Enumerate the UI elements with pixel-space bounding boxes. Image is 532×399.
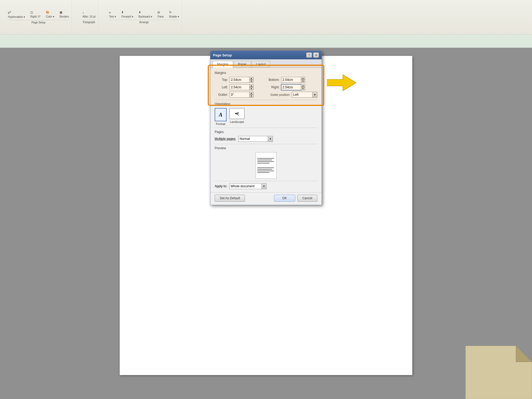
pages-section-title: Pages <box>215 130 317 134</box>
top-input[interactable] <box>230 77 250 83</box>
divider-3 <box>215 144 317 144</box>
divider-2 <box>215 128 317 128</box>
apply-to-value: Whole document <box>230 184 261 188</box>
preview-line-2 <box>257 160 272 160</box>
multiple-pages-dropdown[interactable]: Normal ▼ <box>238 136 273 142</box>
pointing-hand <box>327 72 356 94</box>
preview-line-8 <box>257 172 269 173</box>
field-row-bottom: Bottom: ▲ ▼ <box>266 77 317 83</box>
bottom-paper-icon <box>466 346 532 399</box>
dialog-footer: Set As Default OK Cancel <box>210 192 322 205</box>
cancel-button[interactable]: Cancel <box>297 195 317 202</box>
bottom-spin-up[interactable]: ▲ <box>301 77 305 80</box>
field-row-gutter: Gutter: ▲ ▼ <box>215 92 261 98</box>
preview-line-1 <box>257 158 274 159</box>
left-spin-up[interactable]: ▲ <box>249 84 253 87</box>
left-spin-down[interactable]: ▼ <box>249 87 253 90</box>
tab-margins[interactable]: Margins <box>213 61 233 68</box>
gutter-position-label: Gutter position: <box>266 93 290 96</box>
bottom-paper <box>466 346 532 399</box>
page-setup-dialog: Page Setup ? ✕ Margins Paper Layout Marg… <box>210 51 322 205</box>
ok-button[interactable]: OK <box>274 195 295 202</box>
portrait-option[interactable]: A Portrait <box>215 108 227 126</box>
dialog-overlay: Page Setup ? ✕ Margins Paper Layout Marg… <box>0 0 532 399</box>
gutter-spin-up[interactable]: ▲ <box>249 92 253 95</box>
gutter-label: Gutter: <box>215 93 228 97</box>
preview-line-7 <box>257 171 274 171</box>
orientation-section-title: Orientation <box>215 102 317 106</box>
bottom-input[interactable] <box>281 77 301 83</box>
gutter-spin-down[interactable]: ▼ <box>249 95 253 98</box>
gutter-position-value: Left <box>292 93 312 97</box>
dialog-help-button[interactable]: ? <box>306 52 312 58</box>
portrait-letter: A <box>219 112 222 118</box>
svg-marker-2 <box>516 346 532 362</box>
preview-line-3 <box>257 161 274 162</box>
landscape-label: Landscape <box>230 120 244 123</box>
top-spin-up[interactable]: ▲ <box>249 77 253 80</box>
portrait-icon[interactable]: A <box>215 108 227 121</box>
multiple-pages-label: Multiple pages: <box>215 137 236 141</box>
gutter-position-arrow[interactable]: ▼ <box>312 92 317 97</box>
bottom-label: Bottom: <box>266 78 280 82</box>
divider-1 <box>215 100 317 100</box>
top-spinner: ▲ ▼ <box>249 77 253 83</box>
portrait-label: Portrait <box>216 122 225 126</box>
set-as-default-button[interactable]: Set As Default <box>215 195 245 202</box>
bottom-input-group: ▲ ▼ <box>281 77 305 83</box>
top-label: Top: <box>215 78 228 82</box>
gutter-spinner: ▲ ▼ <box>249 92 253 98</box>
tab-layout[interactable]: Layout <box>252 61 270 68</box>
preview-section-title: Preview <box>215 146 317 150</box>
dialog-tabs: Margins Paper Layout <box>210 59 322 68</box>
preview-line-6 <box>257 169 272 170</box>
pages-row: Multiple pages: Normal ▼ <box>215 136 317 142</box>
left-label: Left: <box>215 85 228 89</box>
orientation-row: A Portrait A Landscape <box>215 108 317 126</box>
left-input[interactable] <box>230 84 250 90</box>
gutter-position-dropdown[interactable]: Left ▼ <box>292 92 317 98</box>
landscape-letter: A <box>234 112 240 115</box>
apply-to-label: Apply to: <box>215 184 227 188</box>
top-spin-down[interactable]: ▼ <box>249 80 253 83</box>
multiple-pages-value: Normal <box>239 137 268 141</box>
field-row-top: Top: ▲ ▼ <box>215 77 261 83</box>
dialog-title: Page Setup <box>213 53 232 57</box>
bottom-spin-down[interactable]: ▼ <box>301 80 305 83</box>
right-spinner: ▲ ▼ <box>301 84 305 90</box>
dialog-controls: ? ✕ <box>306 52 319 58</box>
top-input-group: ▲ ▼ <box>230 77 253 83</box>
left-input-group: ▲ ▼ <box>230 84 253 90</box>
landscape-option[interactable]: A Landscape <box>229 108 245 126</box>
right-spin-down[interactable]: ▼ <box>301 87 305 90</box>
right-label: Right: <box>266 85 280 89</box>
margins-grid: Top: ▲ ▼ Bottom: ▲ <box>215 77 317 98</box>
left-spinner: ▲ ▼ <box>249 84 253 90</box>
svg-marker-0 <box>327 75 356 91</box>
multiple-pages-arrow[interactable]: ▼ <box>268 136 273 142</box>
preview-line-4 <box>257 163 269 164</box>
apply-to-arrow[interactable]: ▼ <box>261 184 266 189</box>
dialog-content: Margins Top: ▲ ▼ Bottom: <box>210 68 322 192</box>
field-row-right: Right: ▲ ▼ <box>266 84 317 90</box>
field-row-gutter-position: Gutter position: Left ▼ <box>266 92 317 98</box>
preview-line-5 <box>257 167 274 168</box>
tab-paper[interactable]: Paper <box>234 61 251 68</box>
field-row-left: Left: ▲ ▼ <box>215 84 261 90</box>
margins-section-title: Margins <box>215 71 317 75</box>
bottom-spinner: ▲ ▼ <box>301 77 305 83</box>
preview-box <box>255 152 277 179</box>
ok-cancel-group: OK Cancel <box>274 195 317 202</box>
apply-to-dropdown[interactable]: Whole document ▼ <box>229 183 267 189</box>
hand-arrow-icon <box>327 72 356 93</box>
dialog-titlebar: Page Setup ? ✕ <box>210 51 322 59</box>
right-input[interactable] <box>281 84 301 90</box>
apply-to-row: Apply to: Whole document ▼ <box>215 183 317 189</box>
divider-4 <box>215 181 317 181</box>
right-spin-up[interactable]: ▲ <box>301 84 305 87</box>
gutter-input[interactable] <box>230 92 250 98</box>
landscape-icon[interactable]: A <box>229 108 245 119</box>
gutter-input-group: ▲ ▼ <box>230 92 253 98</box>
dialog-close-button[interactable]: ✕ <box>313 52 319 58</box>
right-input-group: ▲ ▼ <box>281 84 305 90</box>
